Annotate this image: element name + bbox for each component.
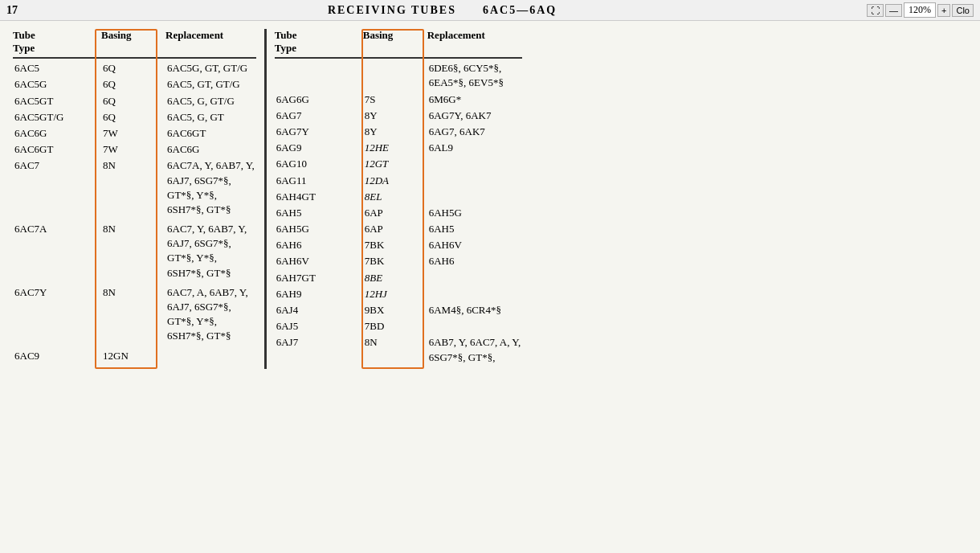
tube-type: 6AC5GT xyxy=(13,93,101,109)
close-button[interactable]: Clo xyxy=(952,4,974,17)
basing: 6Q xyxy=(101,109,165,125)
basing: 7BK xyxy=(363,253,427,269)
tube-type: 6AG7 xyxy=(275,108,363,124)
tube-type: 6AH6V xyxy=(275,253,363,269)
zoom-level: 120% xyxy=(904,2,936,18)
table-row: 6AC9 12GN xyxy=(13,348,256,364)
right-col-headers: TubeType Basing Replacement xyxy=(275,29,523,59)
table-row: 6AJ5 7BD xyxy=(275,318,523,334)
fullscreen-button[interactable]: ⛶ xyxy=(867,4,884,17)
basing: 12HJ xyxy=(363,286,427,302)
replacement: 6AC7A, Y, 6AB7, Y,6AJ7, 6SG7*§,GT*§, Y*§… xyxy=(165,158,256,218)
basing: 12GN xyxy=(101,348,165,364)
basing: 7BK xyxy=(363,237,427,253)
table-row: 6AC6G 7W 6AC6GT xyxy=(13,125,256,141)
basing xyxy=(363,60,427,62)
tube-type: 6AH6 xyxy=(275,237,363,253)
left-column: TubeType Basing Replacement 6AC5 6Q 6AC5… xyxy=(13,29,256,369)
basing: 7S xyxy=(363,92,427,108)
basing: 8N xyxy=(101,285,165,301)
replacement xyxy=(427,318,523,320)
tube-type: 6AG11 xyxy=(275,173,363,189)
basing: 6Q xyxy=(101,76,165,92)
replacement xyxy=(427,286,523,288)
replacement: 6DE6§, 6CY5*§,6EA5*§, 6EV5*§ xyxy=(427,60,523,91)
replacement: 6AH6 xyxy=(427,253,523,269)
table-row: 6AC7A 8N 6AC7, Y, 6AB7, Y,6AJ7, 6SG7*§,G… xyxy=(13,221,256,285)
table-row: 6AH9 12HJ xyxy=(275,286,523,302)
table-row: 6DE6§, 6CY5*§,6EA5*§, 6EV5*§ xyxy=(275,60,523,91)
right-replacement-header: Replacement xyxy=(427,29,523,54)
tube-type: 6AC5 xyxy=(13,60,101,76)
zoom-in-button[interactable]: + xyxy=(937,4,950,17)
page-content: TubeType Basing Replacement 6AC5 6Q 6AC5… xyxy=(0,21,980,377)
basing: 9BX xyxy=(363,302,427,318)
tube-type: 6AG6G xyxy=(275,92,363,108)
replacement: 6AB7, Y, 6AC7, A, Y,6SG7*§, GT*§, xyxy=(427,334,523,365)
basing: 12DA xyxy=(363,173,427,189)
table-row: 6AC7Y 8N 6AC7, A, 6AB7, Y,6AJ7, 6SG7*§,G… xyxy=(13,285,256,348)
basing: 8EL xyxy=(363,189,427,205)
table-row: 6AC6GT 7W 6AC6G xyxy=(13,141,256,158)
basing: 6Q xyxy=(101,93,165,109)
tube-type: 6AC9 xyxy=(13,348,101,364)
table-row: 6AC5G 6Q 6AC5, GT, GT/G xyxy=(13,76,256,92)
right-basing-header: Basing xyxy=(363,29,427,54)
replacement: 6AH6V xyxy=(427,237,523,253)
page-title: RECEIVING TUBES 6AC5—6AQ xyxy=(328,4,557,17)
replacement xyxy=(427,173,523,174)
basing: 6AP xyxy=(363,221,427,237)
basing: 8N xyxy=(101,221,165,237)
basing: 8Y xyxy=(363,108,427,124)
zoom-out-button[interactable]: — xyxy=(885,4,902,17)
left-tube-type-header: TubeType xyxy=(13,29,101,54)
table-row: 6AG10 12GT xyxy=(275,156,523,172)
basing: 6Q xyxy=(101,60,165,76)
replacement: 6AC5G, GT, GT/G xyxy=(165,60,256,76)
table-row: 6AH6 7BK 6AH6V xyxy=(275,237,523,253)
replacement: 6AH5 xyxy=(427,221,523,237)
tube-type: 6AH7GT xyxy=(275,270,363,286)
tube-type: 6AC6GT xyxy=(13,141,101,158)
replacement: 6AL9 xyxy=(427,140,523,156)
tube-type: 6AG10 xyxy=(275,156,363,172)
basing: 6AP xyxy=(363,205,427,221)
basing: 7W xyxy=(101,141,165,158)
tube-type: 6AJ4 xyxy=(275,302,363,318)
tube-type: 6AC7A xyxy=(13,221,101,237)
replacement: 6AH5G xyxy=(427,205,523,221)
tube-type: 6AC7 xyxy=(13,158,101,174)
right-tube-type-header: TubeType xyxy=(275,29,363,54)
table-row: 6AH7GT 8BE xyxy=(275,270,523,286)
tube-type: 6AC5G xyxy=(13,76,101,92)
tube-type: 6AH5 xyxy=(275,205,363,221)
replacement: 6AG7, 6AK7 xyxy=(427,124,523,140)
table-row: 6AG6G 7S 6M6G* xyxy=(275,92,523,108)
top-bar: 17 RECEIVING TUBES 6AC5—6AQ ⛶ — 120% + C… xyxy=(0,0,980,21)
basing: 12GT xyxy=(363,156,427,172)
basing: 8BE xyxy=(363,270,427,286)
table-row: 6AH6V 7BK 6AH6 xyxy=(275,253,523,269)
replacement xyxy=(165,348,256,350)
replacement: 6AC5, GT, GT/G xyxy=(165,76,256,92)
tube-type xyxy=(275,60,363,62)
replacement xyxy=(427,270,523,272)
toolbar: ⛶ — 120% + Clo xyxy=(867,2,974,18)
right-column: TubeType Basing Replacement 6DE6§, 6CY5*… xyxy=(275,29,523,369)
title-text: RECEIVING TUBES xyxy=(328,4,456,16)
tube-type: 6AJ5 xyxy=(275,318,363,334)
replacement xyxy=(427,189,523,190)
subtitle-text: 6AC5—6AQ xyxy=(483,4,557,16)
table-row: 6AJ4 9BX 6AM4§, 6CR4*§ xyxy=(275,302,523,318)
replacement: 6AC7, Y, 6AB7, Y,6AJ7, 6SG7*§,GT*§, Y*§,… xyxy=(165,221,256,281)
tube-type: 6AG9 xyxy=(275,140,363,156)
table-row: 6AG9 12HE 6AL9 xyxy=(275,140,523,156)
basing: 8Y xyxy=(363,124,427,140)
table-row: 6AC5 6Q 6AC5G, GT, GT/G xyxy=(13,60,256,76)
column-divider xyxy=(264,29,267,369)
table-row: 6AC5GT/G 6Q 6AC5, G, GT xyxy=(13,109,256,125)
table-row: 6AG11 12DA xyxy=(275,173,523,189)
tube-type: 6AH5G xyxy=(275,221,363,237)
replacement: 6AG7Y, 6AK7 xyxy=(427,108,523,124)
basing: 12HE xyxy=(363,140,427,156)
